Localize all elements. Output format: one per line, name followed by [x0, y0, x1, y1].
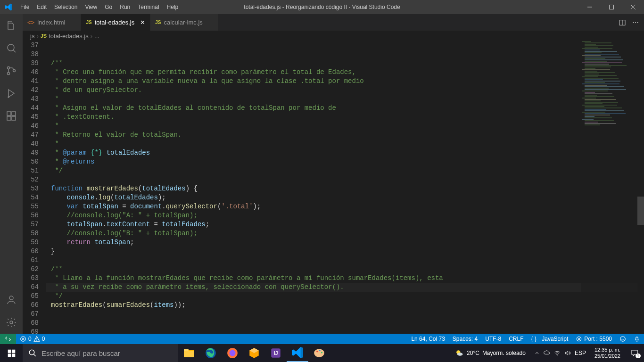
onedrive-icon[interactable]: [544, 350, 550, 356]
svg-point-48: [457, 353, 463, 356]
taskbar-app-purple[interactable]: IJ: [265, 344, 287, 362]
code-line[interactable]: */: [46, 166, 644, 175]
vertical-scrollbar[interactable]: [637, 41, 644, 333]
code-line[interactable]: return totalSpan;: [46, 238, 644, 247]
more-actions-icon[interactable]: [632, 19, 639, 26]
split-editor-icon[interactable]: [619, 19, 626, 26]
menu-file[interactable]: File: [17, 0, 33, 14]
eol[interactable]: CRLF: [505, 334, 527, 344]
code-editor[interactable]: 3738394041424344454647484950515253545556…: [23, 41, 644, 334]
code-line[interactable]: //console.log("B: " + totalSpan);: [46, 229, 644, 238]
extensions-icon[interactable]: [0, 105, 23, 127]
svg-point-25: [36, 340, 37, 341]
code-line[interactable]: [46, 319, 644, 328]
breadcrumb-part[interactable]: total-edades.js: [49, 33, 89, 40]
menu-view[interactable]: View: [81, 0, 101, 14]
notifications-bell-icon[interactable]: [630, 334, 644, 344]
search-icon[interactable]: [0, 37, 23, 59]
accounts-icon[interactable]: [0, 288, 23, 311]
source-control-icon[interactable]: [0, 59, 23, 82]
code-line[interactable]: * Creo una función que me permita recibi…: [46, 68, 644, 77]
code-line[interactable]: */: [46, 292, 644, 301]
code-line[interactable]: [46, 50, 644, 59]
cursor-position[interactable]: Ln 64, Col 73: [407, 334, 448, 344]
menu-selection[interactable]: Selection: [50, 0, 81, 14]
code-content[interactable]: /** * Creo una función que me permita re…: [46, 41, 644, 334]
taskbar-edge[interactable]: [200, 344, 222, 362]
action-center-icon[interactable]: 1: [625, 349, 644, 357]
input-language[interactable]: ESP: [575, 350, 586, 356]
code-line[interactable]: * Asigno el valor de totalEdades al cont…: [46, 104, 644, 113]
indentation[interactable]: Spaces: 4: [449, 334, 481, 344]
minimize-button[interactable]: [579, 0, 601, 14]
code-line[interactable]: }: [46, 247, 644, 256]
code-line[interactable]: *: [46, 122, 644, 131]
code-line[interactable]: var totalSpan = document.querySelector('…: [46, 202, 644, 211]
feedback-icon[interactable]: [616, 334, 630, 344]
code-line[interactable]: * Retorno el valor de totalSpan.: [46, 131, 644, 140]
code-line[interactable]: * @param {*} totalEdades: [46, 148, 644, 157]
code-line[interactable]: [46, 41, 644, 50]
settings-gear-icon[interactable]: [0, 311, 23, 334]
code-line[interactable]: totalSpan.textContent = totalEdades;: [46, 220, 644, 229]
taskbar-weather[interactable]: 20°C Mayorm. soleado: [450, 348, 530, 358]
breadcrumb-part[interactable]: ...: [94, 33, 99, 40]
language-mode[interactable]: { } JavaScript: [528, 334, 572, 344]
start-button[interactable]: [0, 344, 23, 362]
taskbar-firefox[interactable]: [222, 344, 243, 362]
tab-total-edades-js[interactable]: JStotal-edades.js✕: [81, 14, 150, 31]
breadcrumbs[interactable]: js › JS total-edades.js › ...: [23, 31, 644, 41]
code-line[interactable]: * de un querySelector.: [46, 86, 644, 95]
taskbar-vscode[interactable]: [287, 344, 308, 362]
code-line[interactable]: *: [46, 95, 644, 104]
menu-help[interactable]: Help: [163, 0, 182, 14]
menu-terminal[interactable]: Terminal: [134, 0, 163, 14]
minimap[interactable]: [581, 41, 637, 333]
code-line[interactable]: [46, 328, 644, 334]
code-line[interactable]: /**: [46, 265, 644, 274]
code-line[interactable]: * Llamo a la función mostrarEdades que r…: [46, 274, 644, 283]
remote-button[interactable]: [0, 334, 16, 344]
code-line[interactable]: function mostrarEdades(totalEdades) {: [46, 184, 644, 193]
code-line[interactable]: console.log(totalEdades);: [46, 193, 644, 202]
code-line[interactable]: mostrarEdades(sumarEdades(items));: [46, 301, 644, 310]
live-server-port[interactable]: Port : 5500: [572, 334, 616, 344]
system-tray[interactable]: ESP: [530, 350, 590, 356]
taskbar-app-cube[interactable]: [243, 344, 265, 362]
code-line[interactable]: * dentro asigno a una variable nueva a l…: [46, 77, 644, 86]
run-debug-icon[interactable]: [0, 82, 23, 105]
taskbar-paint[interactable]: [308, 344, 330, 362]
tab-index-html[interactable]: <>index.html✕: [23, 14, 81, 31]
svg-rect-29: [8, 349, 11, 353]
code-line[interactable]: [46, 175, 644, 184]
volume-icon[interactable]: [564, 350, 571, 356]
code-line[interactable]: //console.log("A: " + totalSpan);: [46, 211, 644, 220]
svg-point-20: [637, 22, 638, 23]
code-line[interactable]: /**: [46, 59, 644, 68]
encoding[interactable]: UTF-8: [481, 334, 505, 344]
explorer-icon[interactable]: [0, 14, 23, 37]
breadcrumb-part[interactable]: js: [30, 33, 34, 40]
menu-go[interactable]: Go: [101, 0, 116, 14]
tab-calcular-imc-js[interactable]: JScalcular-imc.js✕: [150, 14, 219, 31]
taskbar-clock[interactable]: 12:35 p. m. 25/01/2022: [590, 347, 625, 359]
close-button[interactable]: [622, 0, 644, 14]
code-line[interactable]: [46, 256, 644, 265]
wifi-icon[interactable]: [554, 350, 561, 356]
window-title: total-edades.js - Reorganizando código I…: [244, 4, 400, 10]
maximize-button[interactable]: [601, 0, 622, 14]
taskbar-search[interactable]: Escribe aquí para buscar: [23, 344, 178, 362]
code-line[interactable]: * .textContent.: [46, 113, 644, 122]
chevron-up-icon[interactable]: [534, 350, 540, 356]
close-tab-icon[interactable]: ✕: [140, 19, 145, 26]
taskbar-file-explorer[interactable]: [178, 344, 200, 362]
menu-run[interactable]: Run: [116, 0, 134, 14]
code-line[interactable]: * @returns: [46, 157, 644, 166]
svg-rect-32: [12, 354, 15, 357]
problems-button[interactable]: 0 0: [16, 334, 49, 344]
menu-edit[interactable]: Edit: [33, 0, 50, 14]
code-line[interactable]: *: [46, 140, 644, 148]
code-line[interactable]: [46, 310, 644, 319]
code-line[interactable]: * a su vez recibe como parámetro items, …: [46, 283, 644, 292]
svg-point-28: [620, 337, 626, 342]
